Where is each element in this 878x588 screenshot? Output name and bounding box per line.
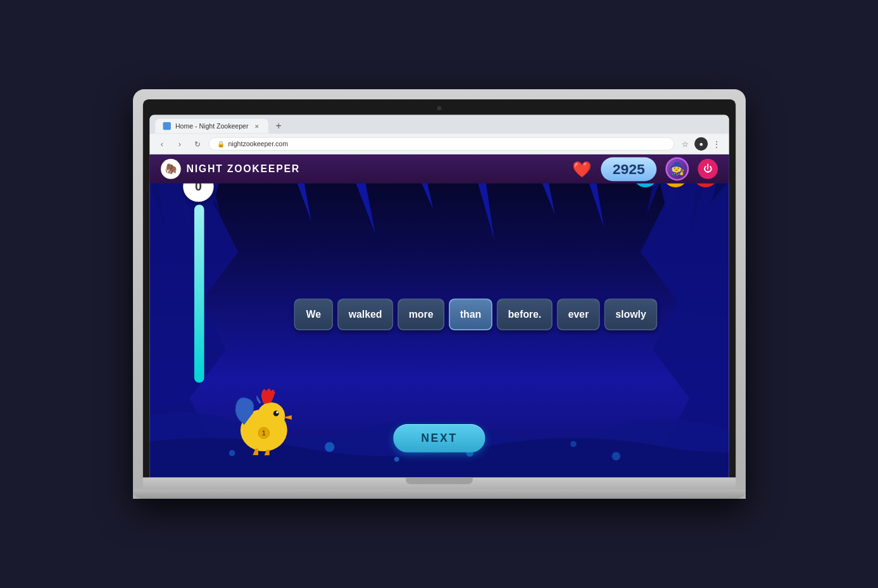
tab-favicon — [163, 122, 170, 130]
word-tile-more[interactable]: more — [398, 299, 444, 330]
laptop-base — [133, 490, 746, 499]
profile-button[interactable]: ● — [694, 137, 708, 151]
heart-icon: ❤️ — [572, 160, 592, 178]
bookmark-button[interactable]: ☆ — [679, 137, 692, 151]
progress-bar-container — [194, 204, 204, 383]
camera — [437, 106, 441, 111]
header-right: ❤️ 2925 🧙 ⏻ — [572, 157, 718, 181]
laptop-wrapper: Home - Night Zookeeper ✕ + ‹ › ↻ 🔒 night… — [133, 89, 746, 499]
address-bar[interactable]: 🔒 nightzookeeper.com — [208, 137, 674, 151]
word-tile-we[interactable]: We — [294, 299, 333, 330]
game-header: 🦣 NIGHT ZOOKEEPER ❤️ 2925 🧙 ⏻ — [149, 154, 729, 184]
refresh-button[interactable]: ↻ — [191, 137, 204, 151]
word-tile-before[interactable]: before. — [496, 299, 552, 330]
browser-tab-bar: Home - Night Zookeeper ✕ + — [149, 115, 729, 134]
browser-actions: ☆ ● ⋮ — [679, 137, 723, 151]
logo-icon: 🦣 — [161, 159, 181, 179]
new-tab-button[interactable]: + — [270, 118, 286, 134]
progress-bar-fill — [194, 204, 204, 383]
url-text: nightzookeeper.com — [228, 140, 288, 147]
tab-close-icon[interactable]: ✕ — [253, 122, 260, 130]
game-ui: 0 ? 🔇 — [149, 154, 729, 477]
word-tile-slowly[interactable]: slowly — [604, 299, 657, 330]
nzk-logo: 🦣 NIGHT ZOOKEEPER — [161, 159, 300, 179]
word-tile-ever[interactable]: ever — [556, 299, 599, 330]
score-display: 2925 — [601, 157, 656, 181]
next-button[interactable]: NEXT — [393, 424, 486, 453]
svg-text:1: 1 — [261, 429, 265, 437]
word-tiles-container: We walked more than before. ever slowly — [294, 299, 657, 330]
browser-toolbar: ‹ › ↻ 🔒 nightzookeeper.com ☆ ● ⋮ — [149, 134, 729, 155]
avatar-circle[interactable]: 🧙 — [665, 157, 689, 180]
laptop-notch — [406, 477, 473, 484]
back-button[interactable]: ‹ — [155, 137, 168, 151]
active-tab[interactable]: Home - Night Zookeeper ✕ — [155, 119, 268, 134]
laptop-outer: Home - Night Zookeeper ✕ + ‹ › ↻ 🔒 night… — [133, 89, 746, 499]
browser: Home - Night Zookeeper ✕ + ‹ › ↻ 🔒 night… — [149, 115, 729, 478]
word-tile-than[interactable]: than — [449, 299, 492, 330]
logo-text: NIGHT ZOOKEEPER — [186, 163, 300, 175]
tab-title: Home - Night Zookeeper — [175, 122, 248, 130]
game-container: 🦣 NIGHT ZOOKEEPER ❤️ 2925 🧙 ⏻ — [149, 154, 729, 477]
creature-character: 1 — [227, 383, 294, 455]
power-button[interactable]: ⏻ — [698, 159, 718, 179]
screen-bezel: Home - Night Zookeeper ✕ + ‹ › ↻ 🔒 night… — [142, 99, 735, 478]
extensions-button[interactable]: ⋮ — [710, 137, 723, 151]
forward-button[interactable]: › — [173, 137, 186, 151]
lock-icon: 🔒 — [216, 141, 224, 147]
laptop-bottom — [142, 477, 735, 489]
word-tile-walked[interactable]: walked — [337, 299, 393, 330]
